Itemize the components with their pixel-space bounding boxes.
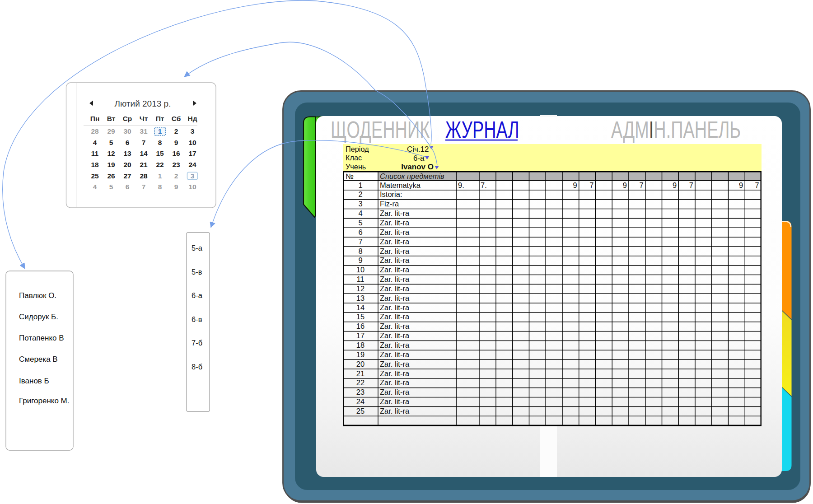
svg-text:Іванов Б: Іванов Б [19, 377, 49, 385]
svg-text:9: 9 [174, 183, 178, 191]
svg-text:21: 21 [140, 161, 148, 168]
svg-text:Пн: Пн [90, 115, 100, 122]
svg-text:14: 14 [356, 303, 364, 312]
svg-text:21: 21 [356, 369, 364, 378]
svg-text:Zar. lit-ra: Zar. lit-ra [380, 247, 410, 255]
svg-text:16: 16 [356, 322, 364, 330]
svg-text:Zar. lit-ra: Zar. lit-ra [380, 285, 410, 293]
svg-text:Список предметів: Список предметів [380, 172, 444, 180]
svg-text:Смерека В: Смерека В [19, 355, 58, 364]
svg-text:13: 13 [123, 149, 131, 157]
svg-text:28: 28 [91, 127, 99, 135]
svg-text:24: 24 [356, 397, 364, 406]
svg-text:Сб: Сб [172, 115, 181, 122]
svg-text:4: 4 [358, 209, 362, 217]
svg-text:Пт: Пт [156, 115, 164, 122]
svg-text:6: 6 [126, 183, 130, 191]
svg-text:Учень: Учень [346, 163, 366, 171]
svg-text:Ср: Ср [123, 115, 132, 122]
svg-text:Потапенко В: Потапенко В [19, 334, 64, 342]
svg-text:Zar. lit-ra: Zar. lit-ra [380, 238, 410, 246]
svg-text:10: 10 [356, 266, 364, 274]
svg-text:Zar. lit-ra: Zar. lit-ra [380, 388, 410, 396]
svg-text:ЩОДЕННИК: ЩОДЕННИК [331, 117, 430, 143]
svg-text:6-а: 6-а [192, 291, 203, 299]
svg-text:12: 12 [356, 285, 364, 293]
svg-text:26: 26 [107, 172, 115, 180]
svg-text:20: 20 [356, 360, 364, 368]
svg-text:25: 25 [91, 172, 99, 180]
svg-text:3: 3 [191, 127, 195, 135]
svg-text:31: 31 [140, 127, 148, 135]
svg-text:27: 27 [123, 172, 131, 180]
svg-text:7: 7 [755, 181, 759, 189]
svg-text:9: 9 [739, 181, 743, 189]
svg-text:7: 7 [142, 183, 146, 191]
svg-text:12: 12 [107, 149, 115, 157]
svg-text:Клас: Клас [346, 154, 362, 162]
svg-text:4: 4 [93, 183, 97, 191]
svg-text:20: 20 [123, 161, 131, 168]
svg-text:23: 23 [356, 388, 364, 396]
svg-text:Zar. lit-ra: Zar. lit-ra [380, 303, 410, 312]
svg-text:15: 15 [356, 313, 364, 321]
svg-text:3: 3 [191, 172, 195, 180]
svg-text:7: 7 [358, 238, 362, 246]
svg-text:Zar. lit-ra: Zar. lit-ra [380, 228, 410, 236]
svg-text:2: 2 [174, 127, 178, 135]
svg-text:2: 2 [358, 190, 362, 198]
svg-text:28: 28 [140, 172, 148, 180]
svg-text:24: 24 [188, 161, 196, 168]
svg-text:Istoria:: Istoria: [380, 190, 402, 198]
svg-text:Fiz-ra: Fiz-ra [380, 200, 399, 208]
svg-text:Zar. lit-ra: Zar. lit-ra [380, 256, 410, 264]
svg-text:19: 19 [356, 350, 364, 359]
svg-text:7.: 7. [481, 181, 487, 189]
svg-text:22: 22 [356, 378, 364, 387]
svg-text:Zar. lit-ra: Zar. lit-ra [380, 378, 410, 387]
svg-text:Zar. lit-ra: Zar. lit-ra [380, 219, 410, 227]
svg-text:16: 16 [172, 149, 180, 157]
svg-text:8: 8 [158, 139, 162, 146]
svg-text:11: 11 [356, 275, 364, 283]
svg-text:30: 30 [123, 127, 131, 135]
svg-text:Павлюк О.: Павлюк О. [19, 291, 56, 300]
svg-text:Zar. lit-ra: Zar. lit-ra [380, 341, 410, 349]
svg-text:8: 8 [158, 183, 162, 191]
svg-text:1: 1 [158, 127, 162, 135]
svg-text:17: 17 [356, 331, 364, 340]
svg-text:Zar. lit-ra: Zar. lit-ra [380, 369, 410, 378]
svg-text:13: 13 [356, 294, 364, 302]
svg-text:Zar. lit-ra: Zar. lit-ra [380, 266, 410, 274]
svg-text:АДМІН.ПАНЕЛЬ: АДМІН.ПАНЕЛЬ [611, 117, 741, 143]
svg-text:9: 9 [573, 181, 577, 189]
svg-text:Григоренко М.: Григоренко М. [19, 397, 69, 405]
svg-text:7: 7 [589, 181, 593, 189]
svg-text:25: 25 [356, 407, 364, 415]
svg-text:4: 4 [93, 139, 97, 146]
svg-text:19: 19 [107, 161, 115, 168]
svg-text:9.: 9. [458, 181, 464, 189]
svg-text:Matematyka: Matematyka [380, 181, 421, 189]
svg-text:№: № [346, 172, 354, 180]
svg-text:Zar. lit-ra: Zar. lit-ra [380, 407, 410, 415]
svg-text:1: 1 [358, 181, 362, 189]
svg-text:3: 3 [358, 200, 362, 208]
svg-text:5: 5 [109, 139, 113, 146]
svg-text:8-б: 8-б [192, 363, 202, 371]
svg-text:15: 15 [156, 149, 164, 157]
svg-text:7-б: 7-б [192, 339, 202, 347]
svg-text:7: 7 [640, 181, 644, 189]
svg-text:Вт: Вт [107, 115, 116, 122]
svg-text:Zar. lit-ra: Zar. lit-ra [380, 397, 410, 406]
svg-text:5-а: 5-а [192, 244, 203, 252]
svg-text:Zar. lit-ra: Zar. lit-ra [380, 275, 410, 283]
svg-text:10: 10 [188, 139, 196, 146]
svg-text:5-в: 5-в [192, 268, 202, 276]
svg-text:Zar. lit-ra: Zar. lit-ra [380, 313, 410, 321]
svg-text:22: 22 [156, 161, 164, 168]
svg-text:7: 7 [142, 139, 146, 146]
svg-text:1: 1 [158, 172, 162, 180]
svg-text:9: 9 [673, 181, 677, 189]
svg-text:Період: Період [346, 145, 369, 153]
